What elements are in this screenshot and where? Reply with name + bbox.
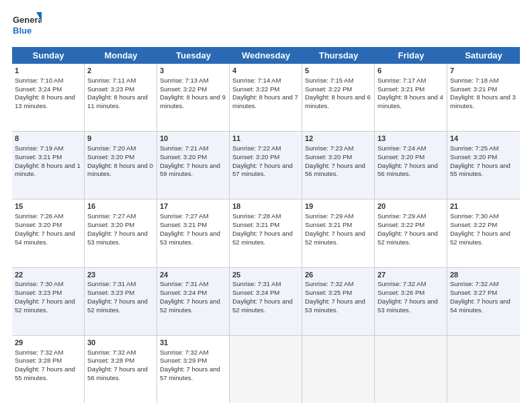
day-cell-7: 7Sunrise: 7:18 AMSunset: 3:21 PMDaylight… [447, 64, 520, 131]
sunset-text: Sunset: 3:20 PM [450, 153, 497, 161]
day-number: 25 [232, 270, 299, 280]
day-header-saturday: Saturday [447, 47, 520, 64]
sunrise-text: Sunrise: 7:10 AM [15, 77, 63, 84]
sunrise-text: Sunrise: 7:15 AM [305, 77, 353, 84]
daylight-text: Daylight: 8 hours and 11 minutes. [87, 93, 148, 109]
daylight-text: Daylight: 8 hours and 0 minutes. [87, 162, 153, 178]
day-cell-14: 14Sunrise: 7:25 AMSunset: 3:20 PMDayligh… [447, 132, 520, 199]
sunrise-text: Sunrise: 7:20 AM [87, 144, 136, 152]
sunrise-text: Sunrise: 7:11 AM [87, 77, 136, 84]
day-number: 19 [305, 201, 371, 212]
day-header-monday: Monday [85, 47, 157, 64]
day-number: 17 [160, 201, 226, 212]
sunset-text: Sunset: 3:23 PM [87, 289, 134, 296]
daylight-text: Daylight: 7 hours and 57 minutes. [232, 162, 293, 178]
day-cell-3: 3Sunrise: 7:13 AMSunset: 3:22 PMDaylight… [157, 64, 230, 131]
empty-cell [230, 336, 302, 403]
day-number: 23 [87, 270, 154, 280]
daylight-text: Daylight: 7 hours and 52 minutes. [378, 230, 438, 246]
day-number: 8 [15, 134, 81, 144]
svg-text:General: General [13, 15, 42, 25]
daylight-text: Daylight: 7 hours and 55 minutes. [450, 162, 511, 178]
daylight-text: Daylight: 7 hours and 52 minutes. [232, 298, 293, 314]
empty-cell [447, 336, 520, 403]
sunrise-text: Sunrise: 7:17 AM [378, 77, 426, 84]
sunset-text: Sunset: 3:22 PM [378, 221, 425, 228]
day-number: 11 [232, 134, 299, 144]
daylight-text: Daylight: 8 hours and 1 minute. [15, 162, 81, 178]
svg-text:Blue: Blue [13, 26, 32, 36]
day-number: 4 [232, 66, 299, 76]
sunset-text: Sunset: 3:28 PM [87, 357, 134, 364]
day-cell-6: 6Sunrise: 7:17 AMSunset: 3:21 PMDaylight… [375, 64, 447, 131]
calendar-page: General Blue SundayMondayTuesdayWednesda… [0, 0, 532, 411]
day-cell-31: 31Sunrise: 7:32 AMSunset: 3:29 PMDayligh… [157, 336, 230, 403]
day-cell-27: 27Sunrise: 7:32 AMSunset: 3:26 PMDayligh… [375, 268, 447, 335]
logo: General Blue [12, 11, 42, 40]
daylight-text: Daylight: 7 hours and 53 minutes. [160, 230, 220, 246]
sunset-text: Sunset: 3:21 PM [305, 221, 352, 228]
day-cell-9: 9Sunrise: 7:20 AMSunset: 3:20 PMDaylight… [85, 132, 157, 199]
sunrise-text: Sunrise: 7:32 AM [87, 349, 136, 356]
sunset-text: Sunset: 3:21 PM [378, 85, 425, 93]
logo-svg: General Blue [12, 11, 42, 40]
sunset-text: Sunset: 3:20 PM [87, 153, 134, 161]
sunrise-text: Sunrise: 7:31 AM [232, 280, 281, 287]
sunrise-text: Sunrise: 7:27 AM [87, 212, 136, 220]
day-number: 10 [160, 134, 226, 144]
day-number: 24 [160, 270, 226, 280]
sunset-text: Sunset: 3:27 PM [450, 289, 497, 296]
day-number: 5 [305, 66, 371, 76]
day-cell-1: 1Sunrise: 7:10 AMSunset: 3:24 PMDaylight… [12, 64, 85, 131]
daylight-text: Daylight: 7 hours and 56 minutes. [378, 162, 438, 178]
sunset-text: Sunset: 3:20 PM [160, 153, 207, 161]
sunset-text: Sunset: 3:26 PM [378, 289, 425, 296]
sunset-text: Sunset: 3:20 PM [232, 153, 279, 161]
sunset-text: Sunset: 3:22 PM [305, 85, 352, 93]
daylight-text: Daylight: 8 hours and 3 minutes. [450, 93, 516, 109]
sunrise-text: Sunrise: 7:14 AM [232, 77, 281, 84]
daylight-text: Daylight: 7 hours and 55 minutes. [15, 365, 75, 381]
empty-cell [302, 336, 375, 403]
sunrise-text: Sunrise: 7:32 AM [378, 280, 426, 287]
day-cell-11: 11Sunrise: 7:22 AMSunset: 3:20 PMDayligh… [230, 132, 302, 199]
week-row-5: 29Sunrise: 7:32 AMSunset: 3:28 PMDayligh… [12, 336, 520, 403]
day-number: 12 [305, 134, 371, 144]
sunrise-text: Sunrise: 7:31 AM [160, 280, 208, 287]
day-number: 6 [378, 66, 444, 76]
calendar-header: SundayMondayTuesdayWednesdayThursdayFrid… [12, 47, 520, 64]
calendar: SundayMondayTuesdayWednesdayThursdayFrid… [12, 47, 520, 403]
sunrise-text: Sunrise: 7:23 AM [305, 144, 353, 152]
day-header-friday: Friday [375, 47, 447, 64]
day-number: 2 [87, 66, 154, 76]
sunrise-text: Sunrise: 7:32 AM [160, 349, 208, 356]
sunrise-text: Sunrise: 7:24 AM [378, 144, 426, 152]
day-cell-23: 23Sunrise: 7:31 AMSunset: 3:23 PMDayligh… [85, 268, 157, 335]
day-cell-21: 21Sunrise: 7:30 AMSunset: 3:22 PMDayligh… [447, 199, 520, 267]
sunset-text: Sunset: 3:24 PM [15, 85, 62, 93]
day-number: 13 [378, 134, 444, 144]
sunset-text: Sunset: 3:28 PM [15, 357, 62, 364]
sunrise-text: Sunrise: 7:31 AM [87, 280, 136, 287]
daylight-text: Daylight: 8 hours and 13 minutes. [15, 93, 75, 109]
sunset-text: Sunset: 3:21 PM [450, 85, 497, 93]
day-header-tuesday: Tuesday [157, 47, 230, 64]
sunrise-text: Sunrise: 7:32 AM [305, 280, 353, 287]
empty-cell [375, 336, 447, 403]
daylight-text: Daylight: 7 hours and 52 minutes. [87, 298, 148, 314]
sunset-text: Sunset: 3:23 PM [87, 85, 134, 93]
day-number: 26 [305, 270, 371, 280]
sunset-text: Sunset: 3:24 PM [160, 289, 207, 296]
daylight-text: Daylight: 7 hours and 54 minutes. [15, 230, 75, 246]
daylight-text: Daylight: 7 hours and 56 minutes. [305, 162, 365, 178]
sunrise-text: Sunrise: 7:27 AM [160, 212, 208, 220]
day-number: 1 [15, 66, 81, 76]
day-cell-4: 4Sunrise: 7:14 AMSunset: 3:22 PMDaylight… [230, 64, 302, 131]
day-number: 28 [450, 270, 517, 280]
week-row-3: 15Sunrise: 7:26 AMSunset: 3:20 PMDayligh… [12, 199, 520, 267]
daylight-text: Daylight: 8 hours and 9 minutes. [160, 93, 226, 109]
day-cell-15: 15Sunrise: 7:26 AMSunset: 3:20 PMDayligh… [12, 199, 85, 267]
day-number: 21 [450, 201, 517, 212]
sunset-text: Sunset: 3:22 PM [160, 85, 207, 93]
day-cell-24: 24Sunrise: 7:31 AMSunset: 3:24 PMDayligh… [157, 268, 230, 335]
